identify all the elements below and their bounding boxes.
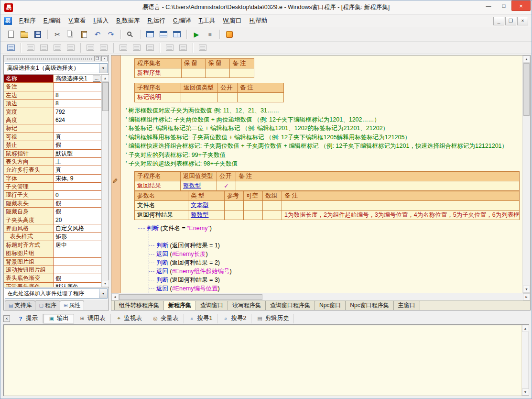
property-row[interactable]: 子夹管理 [4, 183, 101, 191]
property-row[interactable]: 允许多行表头真 [4, 166, 101, 174]
doc-tab-readwrite-set[interactable]: 读写程序集 [228, 300, 266, 310]
align-right-button[interactable] [38, 42, 50, 54]
code-line[interactable]: 判断 (返回何种结果 = 1) [121, 241, 522, 250]
doc-tab-main-window[interactable]: 主窗口 [393, 300, 420, 310]
more-button[interactable]: … [93, 76, 100, 82]
doc-tab-query-window-set[interactable]: 查询窗口程序集 [265, 300, 315, 310]
tab-support-library[interactable]: ▤支持库 [5, 300, 35, 310]
maximize-button[interactable]: □ [496, 0, 511, 11]
new-file-button[interactable] [5, 29, 17, 40]
property-row[interactable]: 隐藏表头假 [4, 200, 101, 208]
code-line[interactable]: 判断 (返回何种结果 = 4) [121, 293, 522, 293]
property-row[interactable]: 鼠标指针默认型 [4, 150, 101, 158]
scroll-down-icon[interactable]: ▼ [523, 286, 530, 293]
menu-window[interactable]: W.窗口 [219, 15, 246, 26]
tab-properties[interactable]: ⊞属性 [60, 300, 84, 310]
scroll-thumb[interactable] [523, 63, 530, 116]
property-row[interactable]: 标题对齐方式居中 [4, 241, 101, 249]
property-row[interactable]: 禁止假 [4, 141, 101, 149]
scroll-down-icon[interactable]: ▼ [522, 388, 529, 396]
component-selector[interactable]: 高级选择夹1（高级选择夹） ▼ [5, 63, 108, 73]
copy-button[interactable] [65, 29, 77, 40]
property-row[interactable]: 顶边8 [4, 100, 101, 108]
event-handler-selector[interactable]: 在此处选择加入事件处理子程序 ▼ [5, 288, 108, 299]
code-line[interactable]: 返回 (#Enemy组件起始编号) [121, 267, 522, 276]
paste-button[interactable] [78, 29, 90, 40]
tab-hints[interactable]: ?提示 [12, 314, 43, 323]
grid-settings-button[interactable] [196, 42, 209, 54]
menu-tools[interactable]: T.工具 [195, 15, 219, 26]
editor-vscrollbar[interactable]: ▲ ▼ [522, 55, 530, 293]
space-vertical-button[interactable] [177, 42, 189, 54]
float-panel-button[interactable]: ❐ [94, 56, 100, 61]
code-line[interactable]: 判断 (返回何种结果 = 3) [121, 276, 522, 284]
form-designer-button[interactable] [144, 29, 156, 40]
cut-button[interactable]: ✂ [51, 29, 64, 40]
mdi-minimize-button[interactable]: _ [493, 17, 504, 25]
menu-program[interactable]: F.程序 [15, 15, 40, 26]
code-line[interactable]: 返回 (#Enemy编号位置) [121, 284, 522, 293]
redo-button[interactable]: ↷ [105, 29, 117, 40]
doc-tab-npc-window[interactable]: Npc窗口 [315, 300, 346, 310]
property-row[interactable]: 表头方向上 [4, 158, 101, 166]
close-panel-button[interactable]: × [101, 56, 108, 61]
property-row[interactable]: 滚动按钮图片组 [4, 266, 101, 274]
undo-button[interactable]: ↶ [91, 29, 104, 40]
tab-watch-table[interactable]: ⌖监视表 [111, 314, 148, 323]
property-row[interactable]: 备注 [4, 83, 101, 91]
menu-view[interactable]: V.查看 [65, 15, 90, 26]
align-left-button[interactable] [24, 42, 37, 54]
tab-search1[interactable]: ⌕搜寻1 [184, 314, 218, 323]
property-row[interactable]: 图标图片组 [4, 249, 101, 257]
property-row[interactable]: 左边8 [4, 91, 101, 100]
menu-edit[interactable]: E.编辑 [40, 15, 65, 26]
chevron-down-icon[interactable]: ▼ [99, 64, 107, 73]
property-row[interactable]: 背景图片组 [4, 258, 101, 266]
doc-tab-new-program-set[interactable]: 新程序集 [163, 300, 196, 310]
tab-call-table[interactable]: ⊞调用表 [74, 314, 111, 323]
mdi-close-button[interactable]: × [517, 17, 528, 25]
widget-palette-button[interactable] [5, 42, 17, 54]
property-panel-header[interactable]: ❐× [4, 55, 109, 62]
tab-search2[interactable]: ⌕搜寻2 [217, 314, 251, 323]
code-line[interactable]: 返回 (#Enemy长度) [121, 250, 522, 258]
output-area[interactable]: ▲ ▼ [3, 324, 529, 396]
property-row[interactable]: 名称高级选择夹1… [4, 75, 101, 83]
same-width-button[interactable] [117, 42, 130, 54]
table-row[interactable]: 标记说明 [135, 93, 284, 102]
panel-grip[interactable] [7, 58, 92, 60]
horizontal-split-button[interactable] [157, 29, 170, 40]
close-panel-icon[interactable]: × [3, 315, 10, 322]
tab-variable-table[interactable]: ◎变量表 [147, 314, 184, 323]
scroll-thumb[interactable] [102, 82, 109, 111]
menu-database[interactable]: B.数据库 [112, 15, 143, 26]
property-row[interactable]: 正常表头底色默认底色 [4, 283, 101, 287]
property-row[interactable]: 可视真 [4, 133, 101, 141]
scroll-up-icon[interactable]: ▲ [523, 55, 530, 63]
property-row[interactable]: 隐藏自身假 [4, 208, 101, 216]
menu-run[interactable]: R.运行 [143, 15, 169, 26]
menu-insert[interactable]: I.插入 [89, 15, 112, 26]
property-row[interactable]: 现行子夹0 [4, 191, 101, 199]
save-button[interactable] [32, 29, 44, 40]
property-row[interactable]: 表头样式矩形 [4, 233, 101, 241]
center-vertical-button[interactable] [98, 42, 110, 54]
table-row[interactable]: 返回结果整数型✓ [135, 181, 520, 190]
compile-button[interactable] [223, 29, 236, 40]
scroll-down-icon[interactable]: ▼ [102, 280, 109, 287]
code-editor[interactable]: 程序集名保 留保 留备 注新程序集 子程序名返回值类型公开备 注标记说明 ' 树… [121, 55, 522, 293]
run-button[interactable]: ▶ [190, 29, 203, 40]
scroll-right-icon[interactable]: ► [523, 293, 530, 300]
tab-output[interactable]: ▣输出 [43, 314, 74, 323]
table-row[interactable]: 新程序集 [135, 68, 254, 78]
same-height-button[interactable] [130, 42, 143, 54]
property-row[interactable]: 字体宋体, 9 [4, 175, 101, 183]
scroll-left-icon[interactable]: ◄ [111, 293, 119, 300]
menu-help[interactable]: H.帮助 [246, 15, 271, 26]
table-row[interactable]: 返回何种结果整数型 1为数据长度，2为组件起始编号，3为编号位置，4为名称位置，… [135, 210, 520, 220]
property-grid-scrollbar[interactable]: ▲ ▼ [101, 75, 109, 287]
tab-clip-history[interactable]: ▤剪辑历史 [251, 314, 294, 323]
property-row[interactable]: 标记 [4, 124, 101, 133]
code-line[interactable]: 判断 (文件名 = “Enemy”) [121, 224, 522, 233]
menu-compile[interactable]: C.编译 [169, 15, 195, 26]
